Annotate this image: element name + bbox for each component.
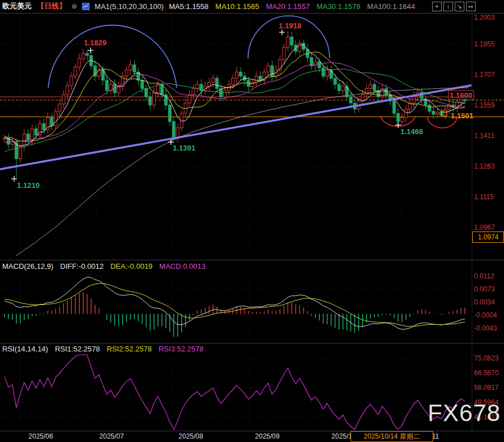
candle-body — [70, 76, 73, 85]
macd-dea-line — [5, 284, 465, 327]
candle-body — [86, 53, 88, 55]
candle-body — [117, 87, 120, 93]
candle-body — [27, 134, 29, 140]
ma-value-label: MA20:1.1557 — [266, 2, 310, 11]
ma30-line — [5, 69, 465, 152]
candle-body — [291, 37, 293, 45]
candle-body — [432, 111, 435, 114]
ma-value-label: MA100:1.1644 — [367, 2, 415, 11]
rsi-title: RSI(14,14,14) — [2, 345, 48, 353]
candle-body — [326, 70, 328, 76]
chart-toolbar: +↕↘↦ — [432, 2, 476, 11]
candle-body — [373, 84, 376, 91]
candle-body — [334, 78, 336, 84]
rsi1-value: RSI1:52.2578 — [55, 345, 100, 353]
candle-body — [54, 111, 57, 126]
candle-body — [349, 97, 352, 103]
candle-body — [172, 122, 175, 138]
symbol-name: 欧元美元 — [2, 1, 32, 11]
candle-body — [3, 138, 6, 139]
ma-value-label: MA10:1.1565 — [215, 2, 259, 11]
ma-values: MA5:1.1558MA10:1.1565MA20:1.1557MA30:1.1… — [169, 2, 415, 11]
fit-vertical-icon[interactable]: ↕ — [443, 2, 453, 11]
candle-body — [440, 112, 443, 115]
main-chart-header: 欧元美元 【日线】 ⊕ MA1(5,10,20,30,100) MA5:1.15… — [0, 0, 504, 12]
candle-body — [460, 99, 463, 102]
candle-body — [66, 85, 69, 95]
candle-body — [404, 109, 407, 118]
macd-diff-line — [5, 277, 465, 329]
trading-chart-app: 欧元美元 【日线】 ⊕ MA1(5,10,20,30,100) MA5:1.15… — [0, 0, 504, 442]
candle-body — [23, 134, 25, 147]
rsi-header: RSI(14,14,14) RSI1:52.2578 RSI2:52.2578 … — [2, 345, 203, 353]
candle-body — [125, 70, 128, 76]
annotation-arc — [48, 25, 177, 88]
candle-body — [105, 80, 108, 91]
ma-value-label: MA5:1.1558 — [169, 2, 208, 11]
pan-right-icon[interactable]: ↦ — [466, 2, 476, 11]
candle-body — [232, 78, 234, 84]
ma5-line — [5, 45, 465, 146]
candle-body — [377, 91, 380, 97]
candle-body — [78, 59, 81, 67]
macd-bar-value: MACD:0.0013 — [159, 262, 206, 271]
rsi-line — [5, 355, 465, 430]
rsi3-value: RSI3:52.2578 — [159, 345, 204, 353]
candle-body — [259, 76, 262, 80]
timeframe-label[interactable]: 【日线】 — [37, 1, 66, 11]
candle-body — [318, 62, 321, 68]
candle-body — [255, 76, 258, 83]
candle-body — [239, 72, 242, 76]
candle-body — [216, 78, 219, 88]
macd-diff-value: DIFF:-0.0012 — [60, 262, 104, 271]
candle-body — [400, 118, 403, 122]
axis-scale-icon[interactable]: ↘ — [455, 2, 464, 11]
candle-body — [463, 99, 466, 101]
candle-body — [141, 80, 144, 89]
chart-canvas[interactable] — [0, 0, 504, 442]
annotation-arc — [428, 117, 457, 128]
add-overlay-icon[interactable]: ⊕ — [71, 2, 77, 10]
price-marker-box: 1.0974 — [472, 231, 504, 243]
candle-body — [436, 112, 439, 114]
candle-body — [338, 84, 340, 91]
macd-title: MACD(26,12,9) — [2, 262, 53, 271]
candle-body — [365, 88, 368, 95]
ma-settings-label: MA1(5,10,20,30,100) — [95, 2, 164, 11]
rsi2-value: RSI2:52.2578 — [106, 345, 152, 353]
candle-body — [283, 47, 285, 59]
watermark: FX678 — [428, 400, 501, 427]
candle-body — [149, 97, 152, 105]
ma20-line — [5, 63, 465, 143]
candle-body — [153, 93, 156, 105]
candle-body — [168, 105, 171, 122]
candle-body — [82, 53, 84, 58]
candle-body — [392, 101, 395, 113]
candle-body — [448, 105, 451, 109]
candle-body — [50, 118, 53, 126]
candle-body — [58, 104, 61, 111]
ma-value-label: MA30:1.1578 — [317, 2, 360, 11]
candle-body — [224, 91, 227, 97]
candle-body — [361, 95, 364, 101]
candle-body — [196, 84, 199, 88]
candle-body — [235, 72, 238, 78]
crosshair-icon[interactable]: + — [432, 2, 442, 11]
candle-body — [412, 97, 415, 103]
chart-type-icon[interactable] — [82, 3, 89, 10]
candle-body — [74, 67, 77, 76]
candle-body — [35, 129, 37, 135]
candle-body — [314, 62, 317, 66]
crosshair-date-label: 2025/10/14 星期二 — [351, 431, 433, 442]
candle-body — [428, 105, 431, 111]
candle-body — [31, 129, 33, 140]
candle-body — [341, 87, 344, 91]
trend-line — [0, 85, 471, 169]
candle-body — [322, 68, 324, 76]
candle-body — [133, 65, 136, 72]
candle-body — [188, 95, 191, 103]
candle-body — [212, 78, 215, 82]
candle-body — [11, 142, 14, 144]
macd-header: MACD(26,12,9) DIFF:-0.0012 DEA:-0.0019 M… — [2, 262, 206, 271]
candle-body — [62, 95, 65, 104]
